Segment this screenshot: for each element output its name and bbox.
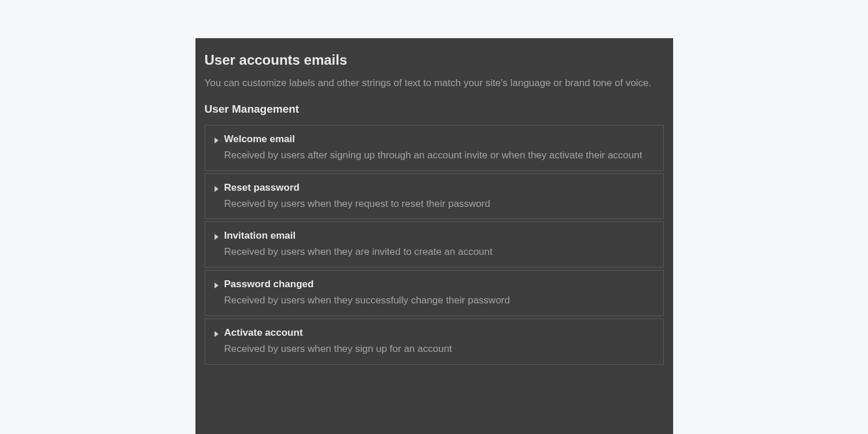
accordion-description: Received by users when they sign up for … xyxy=(224,342,654,356)
accordion-title: Password changed xyxy=(224,279,654,290)
chevron-right-icon xyxy=(215,186,219,192)
chevron-right-icon xyxy=(215,283,219,288)
accordion-content: Activate account Received by users when … xyxy=(224,327,654,356)
section-title: User Management xyxy=(205,103,664,116)
chevron-right-icon xyxy=(215,234,219,240)
accordion-title: Invitation email xyxy=(224,230,654,242)
accordion-header: Activate account Received by users when … xyxy=(215,327,654,356)
accordion-item-invitation-email[interactable]: Invitation email Received by users when … xyxy=(205,221,664,268)
page-title: User accounts emails xyxy=(205,52,664,68)
accordion-header: Invitation email Received by users when … xyxy=(215,230,654,259)
settings-panel: User accounts emails You can customize l… xyxy=(195,38,673,434)
accordion-header: Reset password Received by users when th… xyxy=(215,182,654,211)
accordion-content: Reset password Received by users when th… xyxy=(224,182,654,211)
chevron-right-icon xyxy=(215,138,219,143)
accordion-title: Reset password xyxy=(224,182,654,194)
accordion-item-reset-password[interactable]: Reset password Received by users when th… xyxy=(205,173,664,220)
accordion-content: Welcome email Received by users after si… xyxy=(224,133,654,162)
accordion-description: Received by users when they successfully… xyxy=(224,294,654,307)
accordion-header: Password changed Received by users when … xyxy=(215,279,654,307)
accordion-item-activate-account[interactable]: Activate account Received by users when … xyxy=(205,318,664,365)
accordion-content: Password changed Received by users when … xyxy=(224,279,654,307)
accordion-content: Invitation email Received by users when … xyxy=(224,230,654,259)
accordion-title: Activate account xyxy=(224,327,654,339)
accordion-title: Welcome email xyxy=(224,133,654,145)
accordion-item-welcome-email[interactable]: Welcome email Received by users after si… xyxy=(205,125,664,171)
accordion-item-password-changed[interactable]: Password changed Received by users when … xyxy=(205,270,664,316)
page-description: You can customize labels and other strin… xyxy=(205,76,664,90)
accordion-list: Welcome email Received by users after si… xyxy=(205,125,664,365)
accordion-description: Received by users after signing up throu… xyxy=(224,149,654,162)
accordion-header: Welcome email Received by users after si… xyxy=(215,133,654,162)
accordion-description: Received by users when they request to r… xyxy=(224,197,654,211)
accordion-description: Received by users when they are invited … xyxy=(224,245,654,259)
chevron-right-icon xyxy=(215,331,219,337)
